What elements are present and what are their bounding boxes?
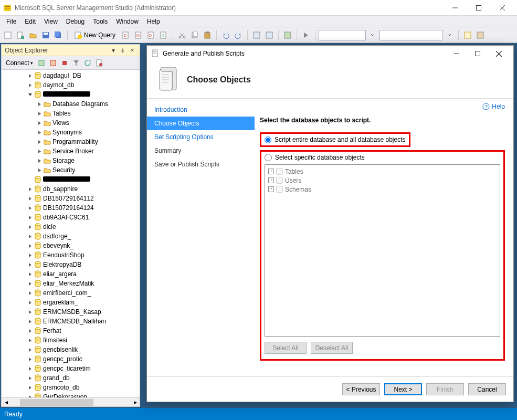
toolbar-newproject-button[interactable] [2,29,14,41]
dialog-maximize-button[interactable] [467,47,488,60]
deselect-all-button[interactable]: Deselect All [311,342,353,354]
object-explorer-tree[interactable]: dagdagul_DBdaymot_dbDatabase DiagramsTab… [2,70,140,403]
tree-database-node[interactable]: gencpc_protic [4,354,140,364]
tree-expand-toggle[interactable] [27,82,33,88]
toolbar-dmxquery-button[interactable]: D [145,29,157,41]
dialog-close-button[interactable] [488,47,509,60]
tree-expand-toggle[interactable] [27,261,33,268]
help-link[interactable]: Help [492,103,505,110]
scroll-thumb[interactable] [20,399,93,406]
tree-expand-toggle[interactable] [27,280,33,287]
toolbar-redo-button[interactable] [233,29,244,41]
menu-file[interactable]: File [2,17,20,26]
horizontal-scrollbar[interactable]: ◂ ▸ [2,397,140,406]
expand-toggle[interactable]: + [268,186,274,192]
toolbar-mdxquery-button[interactable]: M [133,29,144,41]
tree-expand-toggle[interactable] [36,120,43,126]
tree-expand-toggle[interactable] [27,91,33,98]
tree-database-node[interactable]: DB150729164124 [4,203,140,213]
tree-expand-toggle[interactable] [36,101,43,107]
toolbar-xmlaquery-button[interactable]: X [158,29,170,41]
toolbar-saveall-button[interactable] [52,29,64,41]
tree-expand-toggle[interactable] [27,299,33,306]
wizard-step-set-scripting-options[interactable]: Set Scripting Options [147,130,255,144]
menu-edit[interactable]: Edit [20,17,40,26]
tree-expand-toggle[interactable] [27,233,33,239]
tree-expand-toggle[interactable] [36,167,43,173]
toolbar-db-dropdown-button[interactable] [367,29,378,41]
toolbar-activity-button[interactable] [282,29,293,41]
oe-disconnect-button[interactable] [48,58,58,68]
window-close-button[interactable] [490,1,514,15]
panel-dropdown-button[interactable]: ▾ [109,46,118,55]
toolbar-find-input[interactable] [379,30,442,40]
window-minimize-button[interactable] [443,1,467,15]
tree-database-node[interactable]: daymot_db [4,80,140,90]
tree-expand-toggle[interactable] [27,337,33,343]
tree-expand-toggle[interactable] [27,365,33,372]
tree-database-node[interactable]: gencpc_ticaretim [4,364,140,373]
new-query-button[interactable]: New Query [71,29,119,41]
tree-expand-toggle[interactable] [27,328,33,334]
tree-expand-toggle[interactable] [27,318,33,324]
finish-button[interactable]: Finish [426,383,464,395]
oe-connect-button[interactable]: Connect ▾ [4,59,35,67]
tree-expand-toggle[interactable] [27,375,33,381]
select-specific-objects-option[interactable]: Select specific database objects [265,154,500,161]
menu-window[interactable]: Window [112,17,143,26]
tree-database-node[interactable]: dsdforge_ [4,232,140,241]
tree-folder-node[interactable]: Service Broker [4,146,140,156]
toolbar-registered-servers-button[interactable] [474,29,486,41]
scroll-left-arrow[interactable]: ◂ [2,398,10,407]
tree-database-node[interactable] [4,175,140,184]
toolbar-additem-button[interactable] [15,29,26,41]
toolbar-find-dropdown-button[interactable] [444,29,455,41]
toolbar-execute-button[interactable] [300,29,312,41]
wizard-step-save-or-publish-scripts[interactable]: Save or Publish Scripts [147,158,255,171]
object-checkbox[interactable] [276,177,283,184]
tree-expand-toggle[interactable] [36,110,43,117]
oe-refresh-button[interactable] [82,58,93,68]
object-checkbox[interactable] [276,186,283,193]
toolbar-copy-button[interactable] [189,29,201,41]
scroll-right-arrow[interactable]: ▸ [131,398,140,407]
toolbar-navigate-fwd-button[interactable] [263,29,275,41]
object-item-schemas[interactable]: +Schemas [268,185,497,194]
tree-expand-toggle[interactable] [27,176,33,183]
tree-database-node[interactable]: db_sapphire [4,184,140,194]
tree-expand-toggle[interactable] [27,271,33,277]
toolbar-undo-button[interactable] [220,29,231,41]
oe-stop-button[interactable] [59,58,70,68]
select-specific-radio[interactable] [265,154,272,161]
window-maximize-button[interactable] [467,1,490,15]
toolbar-properties-button[interactable] [462,29,473,41]
tree-folder-node[interactable]: Views [4,118,140,128]
toolbar-open-button[interactable] [27,29,39,41]
tree-database-node[interactable]: Ferhat [4,326,140,335]
tree-expand-toggle[interactable] [36,158,43,164]
tree-database-node[interactable]: DB150729164112 [4,194,140,203]
expand-toggle[interactable]: + [268,177,274,183]
tree-expand-toggle[interactable] [27,243,33,249]
tree-database-node[interactable]: eliar_argera [4,269,140,279]
tree-database-node[interactable]: filmsitesi [4,335,140,345]
script-entire-db-option[interactable]: Script entire database and all database … [260,132,410,147]
wizard-step-summary[interactable]: Summary [147,144,255,158]
object-item-tables[interactable]: +Tables [268,167,497,176]
tree-expand-toggle[interactable] [27,214,33,220]
dialog-titlebar[interactable]: Generate and Publish Scripts [147,46,513,61]
object-checkbox[interactable] [276,168,283,175]
toolbar-paste-button[interactable] [202,29,213,41]
tree-expand-toggle[interactable] [36,129,43,135]
wizard-step-introduction[interactable]: Introduction [147,103,255,117]
tree-database-node[interactable]: ElektropyaDB [4,260,140,269]
tree-database-node[interactable]: ERMCMSDB_Kasap [4,307,140,317]
tree-expand-toggle[interactable] [36,148,43,154]
oe-connect-icon-button[interactable] [36,58,47,68]
tree-expand-toggle[interactable] [27,384,33,391]
cancel-button[interactable]: Cancel [468,383,506,395]
tree-expand-toggle[interactable] [27,252,33,258]
tree-expand-toggle[interactable] [27,205,33,211]
oe-script-button[interactable] [94,58,104,68]
select-all-button[interactable]: Select All [265,342,307,354]
